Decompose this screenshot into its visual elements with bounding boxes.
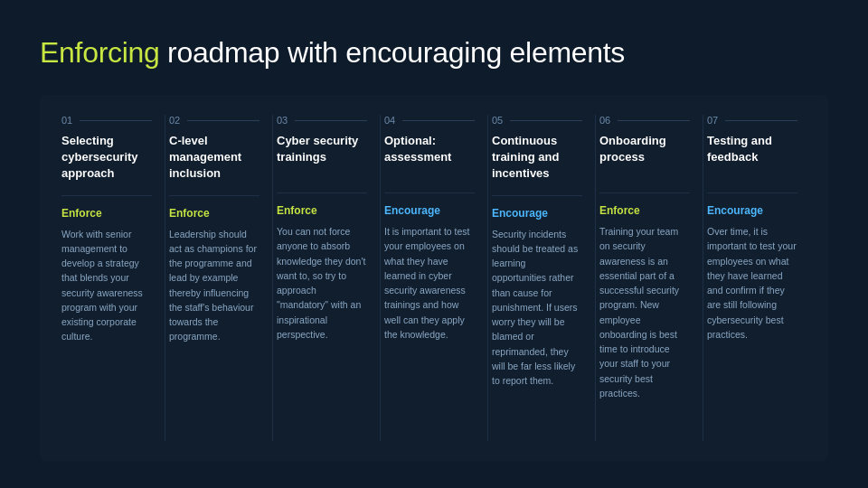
page-title: Enforcing roadmap with encouraging eleme… [40, 36, 828, 70]
step-divider-1 [61, 195, 152, 196]
step-title-4: Optional: assessment [384, 133, 475, 180]
step-label-7: Encourage [707, 204, 797, 217]
step-7: 07 Testing and feedback Encourage Over t… [703, 115, 810, 441]
step-5: 05 Continuous training and incentives En… [488, 115, 596, 441]
step-header-2: 02 [169, 115, 259, 126]
steps-container: 01 Selecting cybersecurity approach Enfo… [40, 95, 828, 461]
step-2: 02 C-level management inclusion Enforce … [165, 115, 273, 441]
step-body-4: It is important to test your employees o… [384, 224, 475, 342]
step-4: 04 Optional: assessment Encourage It is … [381, 115, 488, 441]
step-header-7: 07 [707, 115, 797, 126]
step-divider-6 [599, 192, 690, 193]
step-divider-3 [277, 192, 367, 193]
step-line-7 [725, 120, 797, 121]
step-line-6 [618, 120, 690, 121]
step-label-3: Enforce [277, 204, 367, 217]
page: Enforcing roadmap with encouraging eleme… [0, 0, 868, 488]
step-number-2: 02 [169, 115, 180, 126]
step-line-4 [402, 120, 475, 121]
step-header-4: 04 [384, 115, 475, 126]
step-label-1: Enforce [61, 207, 152, 220]
step-header-5: 05 [492, 115, 582, 126]
step-number-1: 01 [61, 115, 72, 126]
step-divider-7 [707, 192, 797, 193]
step-line-5 [510, 120, 582, 121]
step-number-5: 05 [492, 115, 503, 126]
step-body-3: You can not force anyone to absorb knowl… [277, 224, 367, 342]
step-body-7: Over time, it is important to test your … [707, 224, 797, 342]
step-header-1: 01 [61, 115, 152, 126]
step-title-6: Onboarding process [599, 133, 690, 180]
step-divider-2 [169, 195, 259, 196]
step-body-6: Training your team on security awareness… [599, 224, 690, 400]
step-body-5: Security incidents should be treated as … [492, 227, 582, 389]
step-title-7: Testing and feedback [707, 133, 797, 180]
step-header-3: 03 [277, 115, 367, 126]
step-3: 03 Cyber security trainings Enforce You … [273, 115, 381, 441]
step-1: 01 Selecting cybersecurity approach Enfo… [58, 115, 165, 441]
step-line-2 [187, 120, 259, 121]
step-body-2: Leadership should act as champions for t… [169, 227, 259, 344]
step-number-7: 07 [707, 115, 718, 126]
step-label-2: Enforce [169, 207, 259, 220]
step-divider-5 [492, 195, 582, 196]
step-6: 06 Onboarding process Enforce Training y… [596, 115, 703, 441]
step-divider-4 [384, 192, 475, 193]
step-body-1: Work with senior management to develop a… [61, 227, 152, 344]
step-title-5: Continuous training and incentives [492, 133, 582, 183]
step-number-4: 04 [384, 115, 395, 126]
step-title-1: Selecting cybersecurity approach [61, 133, 152, 183]
title-highlight: Enforcing [40, 36, 160, 69]
step-label-4: Encourage [384, 204, 475, 217]
step-header-6: 06 [599, 115, 690, 126]
step-title-3: Cyber security trainings [277, 133, 367, 180]
title-suffix: roadmap with encouraging elements [160, 36, 626, 69]
step-number-6: 06 [599, 115, 610, 126]
step-label-5: Encourage [492, 207, 582, 220]
step-number-3: 03 [277, 115, 288, 126]
step-line-1 [80, 120, 152, 121]
step-label-6: Enforce [599, 204, 690, 217]
step-line-3 [295, 120, 367, 121]
step-title-2: C-level management inclusion [169, 133, 259, 183]
